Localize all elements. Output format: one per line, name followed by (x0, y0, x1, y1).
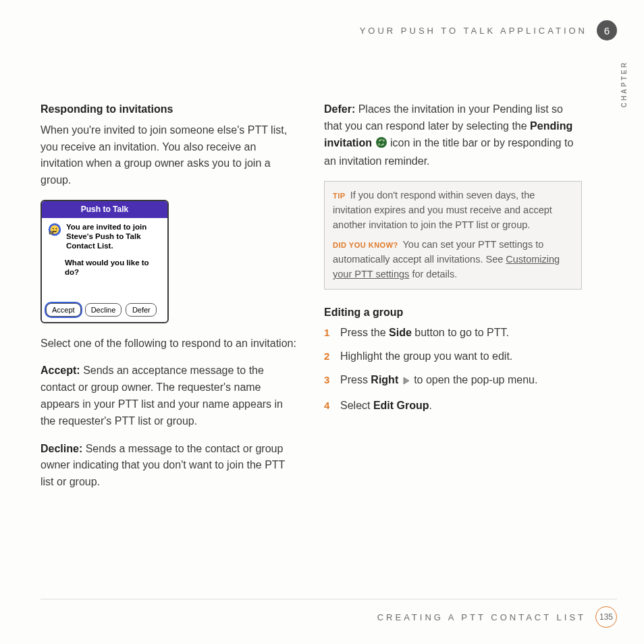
svg-point-3 (55, 227, 57, 229)
chapter-side-label: CHAPTER (620, 61, 628, 107)
decline-button[interactable]: Decline (85, 303, 122, 317)
right-column: Defer: Places the invitation in your Pen… (324, 101, 582, 502)
tip-box: TIP If you don't respond within seven da… (324, 181, 582, 290)
svg-point-2 (53, 227, 54, 229)
left-column: Responding to invitations When you're in… (41, 101, 298, 502)
accept-label: Accept: (41, 365, 80, 376)
tip-text: If you don't respond within seven days, … (333, 190, 552, 230)
svg-point-6 (376, 137, 387, 148)
dialog-title-bar: Push to Talk (42, 201, 167, 218)
step-2: 2 Highlight the group you want to edit. (324, 348, 582, 365)
decline-description: Decline: Sends a message to the contact … (41, 441, 298, 491)
step-1: 1 Press the Side button to go to PTT. (324, 325, 582, 342)
step-4: 4 Select Edit Group. (324, 398, 582, 414)
pending-invitation-icon (375, 136, 387, 154)
page-number-badge: 135 (595, 606, 617, 628)
tip-tag: TIP (333, 192, 346, 200)
steps-list: 1 Press the Side button to go to PTT. 2 … (324, 325, 582, 414)
did-you-know-text-b: for details. (409, 269, 457, 279)
decline-label: Decline: (41, 443, 82, 454)
invitation-icon (47, 222, 62, 242)
dialog-message: You are invited to join Steve's Push to … (66, 222, 162, 251)
chapter-number-badge: 6 (597, 20, 617, 41)
step-3: 3 Press Right to open the pop-up menu. (324, 372, 582, 391)
defer-description: Defer: Places the invitation in your Pen… (324, 101, 582, 170)
header-title: YOUR PUSH TO TALK APPLICATION (360, 26, 587, 36)
invitation-dialog: Push to Talk (41, 200, 169, 323)
defer-button[interactable]: Defer (126, 303, 157, 317)
heading-editing: Editing a group (324, 304, 582, 321)
footer-title: CREATING A PTT CONTACT LIST (377, 612, 586, 622)
did-you-know-tag: DID YOU KNOW? (333, 241, 398, 249)
right-arrow-icon (402, 374, 411, 391)
heading-responding: Responding to invitations (41, 101, 298, 118)
select-instruction: Select one of the following to respond t… (41, 336, 298, 352)
defer-label: Defer: (324, 103, 355, 115)
page-header: YOUR PUSH TO TALK APPLICATION 6 (41, 20, 617, 41)
accept-description: Accept: Sends an acceptance message to t… (41, 363, 298, 429)
intro-paragraph: When you're invited to join someone else… (41, 122, 298, 189)
svg-point-5 (51, 232, 52, 234)
dialog-question: What would you like to do? (65, 258, 162, 277)
accept-button[interactable]: Accept (46, 303, 81, 317)
page-footer: CREATING A PTT CONTACT LIST 135 (0, 599, 644, 628)
